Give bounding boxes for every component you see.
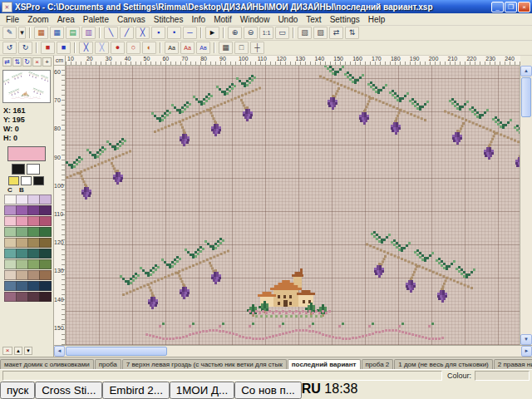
pattern-preview[interactable] <box>2 70 51 103</box>
current-color-swatch[interactable] <box>7 146 46 161</box>
palette-swatch-9-0[interactable] <box>4 292 17 302</box>
redo-icon[interactable]: ↻ <box>18 42 32 54</box>
fill-red-icon[interactable]: ■ <box>41 42 55 54</box>
minimize-button[interactable]: _ <box>491 2 504 12</box>
thread-swatch-2[interactable] <box>33 176 44 185</box>
palette-scroll-up-button[interactable]: ▲ <box>14 347 22 355</box>
palette-grid-icon[interactable]: ▦ <box>34 27 48 39</box>
menu-undo[interactable]: Undo <box>273 15 302 24</box>
taskbar-task-2[interactable]: 1МОИ Д... <box>170 382 234 399</box>
pattern-tab-5[interactable]: 1 дом (не весь для стыковки) <box>394 359 493 369</box>
palette-swatch-8-0[interactable] <box>4 281 17 291</box>
backstitch-icon[interactable]: ─ <box>183 27 197 39</box>
palette-swatch-5-1[interactable] <box>16 249 28 259</box>
palette-swatch-2-0[interactable] <box>4 216 17 226</box>
zoom-fit-icon[interactable]: ▭ <box>275 27 289 39</box>
fill-blue-icon[interactable]: ■ <box>57 42 71 54</box>
flip-horizontal-icon[interactable]: ⇄ <box>329 27 343 39</box>
colors-grid-icon[interactable]: ▥ <box>81 27 96 39</box>
full-stitch-icon[interactable]: ╳ <box>135 27 150 39</box>
palette-swatch-7-1[interactable] <box>16 270 28 280</box>
scroll-right-button[interactable]: ► <box>521 346 532 357</box>
motif-copy-icon[interactable]: ▨ <box>313 27 328 39</box>
palette-swatch-6-1[interactable] <box>16 259 28 269</box>
palette-swatch-0-0[interactable] <box>4 195 17 204</box>
palette-swatch-4-0[interactable] <box>4 238 17 248</box>
center-view-icon[interactable]: ┼ <box>250 42 264 54</box>
zoom-in-icon[interactable]: ⊕ <box>228 27 242 39</box>
pattern-tab-4[interactable]: проба 2 <box>362 359 394 369</box>
palette-swatch-9-1[interactable] <box>16 292 28 302</box>
palette-swatch-5-3[interactable] <box>39 249 52 259</box>
palette-swatch-8-2[interactable] <box>27 281 40 291</box>
palette-swatch-2-3[interactable] <box>39 216 52 226</box>
halftone-icon[interactable]: ◐ <box>142 42 156 54</box>
select-arrow-icon[interactable]: ► <box>205 27 219 39</box>
bead-icon[interactable]: ● <box>111 42 125 54</box>
half-stitch-back-icon[interactable]: ╲ <box>104 27 118 39</box>
palette-swatch-7-3[interactable] <box>39 270 52 280</box>
crosshair-tool-icon[interactable]: + <box>42 57 52 66</box>
menu-text[interactable]: Text <box>302 15 325 24</box>
taskbar-task-1[interactable]: Embird 2... <box>102 382 169 399</box>
palette-swatch-3-2[interactable] <box>27 227 40 237</box>
maximize-button[interactable]: ❐ <box>505 2 517 12</box>
menu-stitches[interactable]: Stitches <box>150 15 188 24</box>
palette-swatch-9-2[interactable] <box>27 292 40 302</box>
menu-info[interactable]: Info <box>187 15 209 24</box>
palette-swatch-0-1[interactable] <box>16 195 28 204</box>
menu-zoom[interactable]: Zoom <box>23 15 53 24</box>
remove-color-button[interactable]: × <box>2 347 12 355</box>
text-red-icon[interactable]: Aa <box>180 42 195 54</box>
quick-swatch-0[interactable] <box>12 164 25 175</box>
scroll-left-button[interactable]: ◄ <box>54 346 65 357</box>
stitch-canvas[interactable] <box>66 66 520 345</box>
palette-swatch-6-0[interactable] <box>4 259 17 269</box>
menu-area[interactable]: Area <box>53 15 79 24</box>
palette-swatch-1-1[interactable] <box>16 205 28 215</box>
language-indicator[interactable]: RU <box>302 382 321 396</box>
palette-swatch-1-2[interactable] <box>27 205 40 215</box>
pencil-tool-icon[interactable]: ✎ <box>2 27 17 39</box>
flip-motif-horizontal-icon[interactable]: ⇄ <box>2 57 12 66</box>
scroll-up-button[interactable]: ▲ <box>520 66 532 76</box>
taskbar-task-0[interactable]: Cross Sti... <box>35 382 102 399</box>
undo-icon[interactable]: ↺ <box>2 42 17 54</box>
palette-swatch-5-0[interactable] <box>4 249 17 259</box>
palette-swatch-6-3[interactable] <box>39 259 52 269</box>
palette-swatch-0-2[interactable] <box>27 195 40 204</box>
palette-swatch-2-1[interactable] <box>16 216 28 226</box>
palette-swatch-5-2[interactable] <box>27 249 40 259</box>
menu-help[interactable]: Help <box>364 15 390 24</box>
palette-swatch-9-3[interactable] <box>39 292 52 302</box>
french-knot-icon[interactable]: • <box>167 27 181 39</box>
delete-motif-icon[interactable]: × <box>32 57 42 66</box>
menu-window[interactable]: Window <box>236 15 274 24</box>
cross-solid-icon[interactable]: ╳ <box>79 42 93 54</box>
palette-swatch-7-0[interactable] <box>4 270 17 280</box>
palette-swatch-4-2[interactable] <box>27 238 40 248</box>
rotate-motif-icon[interactable]: ↻ <box>22 57 32 66</box>
symbols-grid-icon[interactable]: ▤ <box>66 27 80 39</box>
palette-swatch-0-3[interactable] <box>39 195 52 204</box>
palette-swatch-4-3[interactable] <box>39 238 52 248</box>
flip-motif-vertical-icon[interactable]: ⇅ <box>12 57 22 66</box>
menu-palette[interactable]: Palette <box>79 15 113 24</box>
text-tool-icon[interactable]: Aa <box>165 42 179 54</box>
palette-swatch-1-3[interactable] <box>39 205 52 215</box>
hoop-icon[interactable]: ○ <box>126 42 140 54</box>
pattern-tab-1[interactable]: проба <box>95 359 121 369</box>
fabric-grid-icon[interactable]: ▦ <box>50 27 64 39</box>
close-button[interactable]: × <box>518 2 530 12</box>
taskbar-task-3[interactable]: Со нов п... <box>234 382 302 399</box>
text-cyrillic-icon[interactable]: Ав <box>196 42 210 54</box>
grid-show-icon[interactable]: ▦ <box>219 42 233 54</box>
thread-swatch-1[interactable] <box>21 176 32 185</box>
menu-canvas[interactable]: Canvas <box>113 15 150 24</box>
palette-scroll-down-button[interactable]: ▼ <box>24 347 32 355</box>
pattern-tab-6[interactable]: 2 правая ник гр. <box>494 359 532 369</box>
zoom-actual-icon[interactable]: 1:1 <box>259 27 273 39</box>
thread-swatch-0[interactable] <box>8 176 19 185</box>
quick-swatch-1[interactable] <box>27 164 40 175</box>
horizontal-scrollbar[interactable]: ◄ ► <box>54 345 532 357</box>
